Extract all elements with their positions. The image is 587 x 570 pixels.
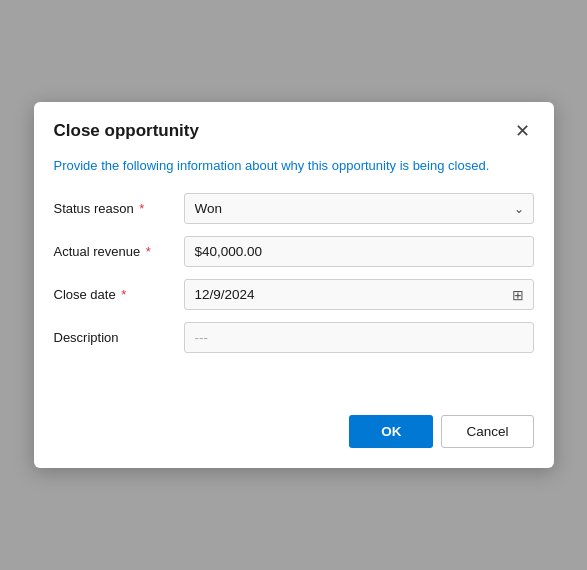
cancel-button[interactable]: Cancel xyxy=(441,415,533,448)
description-label: Description xyxy=(54,330,184,345)
status-reason-select[interactable]: Won Lost Canceled xyxy=(184,193,534,224)
dialog-title: Close opportunity xyxy=(54,121,199,141)
description-row: Description xyxy=(54,322,534,353)
dialog-footer: OK Cancel xyxy=(34,385,554,468)
actual-revenue-wrapper xyxy=(184,236,534,267)
close-opportunity-dialog: Close opportunity ✕ Provide the followin… xyxy=(34,102,554,469)
ok-button[interactable]: OK xyxy=(349,415,433,448)
actual-revenue-input[interactable] xyxy=(184,236,534,267)
status-reason-label: Status reason * xyxy=(54,201,184,216)
actual-revenue-label: Actual revenue * xyxy=(54,244,184,259)
description-wrapper xyxy=(184,322,534,353)
dialog-header: Close opportunity ✕ xyxy=(34,102,554,156)
status-reason-row: Status reason * Won Lost Canceled ⌄ xyxy=(54,193,534,224)
required-star-date: * xyxy=(118,287,127,302)
description-input[interactable] xyxy=(184,322,534,353)
close-date-row: Close date * ⊞ xyxy=(54,279,534,310)
required-star: * xyxy=(136,201,145,216)
close-date-wrapper: ⊞ xyxy=(184,279,534,310)
close-date-label: Close date * xyxy=(54,287,184,302)
close-button[interactable]: ✕ xyxy=(511,120,534,142)
dialog-overlay: Close opportunity ✕ Provide the followin… xyxy=(0,0,587,570)
dialog-description: Provide the following information about … xyxy=(54,156,534,176)
required-star-revenue: * xyxy=(142,244,151,259)
actual-revenue-row: Actual revenue * xyxy=(54,236,534,267)
dialog-body: Provide the following information about … xyxy=(34,156,554,386)
close-date-input[interactable] xyxy=(184,279,534,310)
status-reason-wrapper: Won Lost Canceled ⌄ xyxy=(184,193,534,224)
